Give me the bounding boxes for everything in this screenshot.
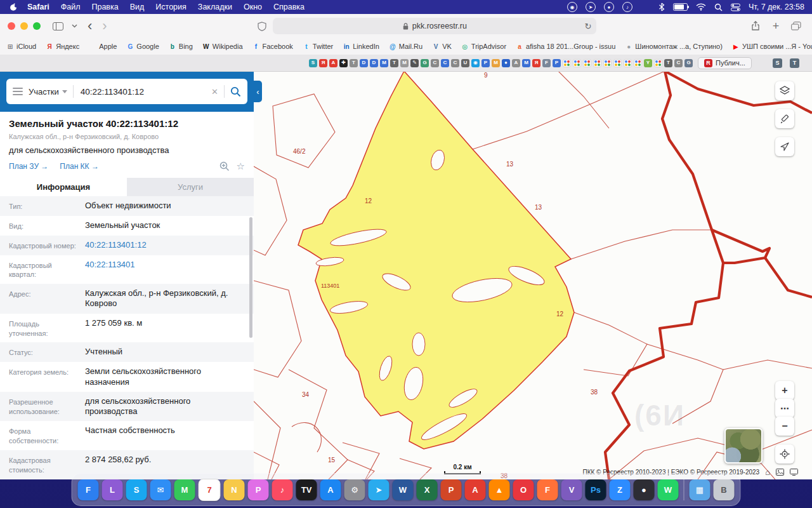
tab-favicon[interactable]: M — [522, 59, 530, 67]
tab-favicon[interactable]: C — [451, 59, 459, 67]
bookmark-item[interactable]: WWikipedia — [202, 43, 243, 50]
dock-app-tv[interactable]: TV — [296, 479, 317, 500]
menu-clock[interactable]: Чт, 7 дек. 23:58 — [749, 3, 804, 11]
input-language-flag-icon[interactable] — [641, 4, 650, 10]
bookmark-item[interactable]: aafisha 18 201...Group - issuu — [516, 43, 615, 50]
locate-me-button[interactable] — [775, 444, 794, 464]
search-icon[interactable] — [230, 86, 241, 97]
tab-favicon[interactable]: Я — [319, 59, 327, 67]
more-tools-button[interactable]: ⋯ — [775, 399, 794, 418]
tab-favicon[interactable]: M — [400, 59, 409, 67]
bookmark-item[interactable]: fFacebook — [252, 43, 293, 50]
tab-information[interactable]: Информация — [0, 178, 127, 196]
dock-app-word[interactable]: W — [393, 479, 414, 500]
tab-favicon[interactable]: ◉ — [471, 59, 480, 67]
map-canvas[interactable]: 913131246/21134011234381538 — [254, 71, 812, 479]
sidebar-chevron-icon[interactable] — [66, 18, 82, 34]
dock-app-messages[interactable]: M — [174, 479, 195, 500]
dock-app-photoshop[interactable]: Ps — [586, 479, 606, 500]
zoom-out-button[interactable]: − — [775, 417, 794, 436]
tab-favicon[interactable]: P — [553, 59, 561, 67]
tab-favicon-app-dots[interactable] — [654, 59, 662, 67]
dock-app-vpn[interactable]: V — [561, 479, 582, 500]
active-tab[interactable]: R Публич... — [698, 57, 752, 69]
dock-app-opera[interactable]: O — [513, 479, 534, 500]
tab-favicon[interactable]: M — [492, 59, 500, 67]
battery-icon[interactable] — [673, 3, 688, 11]
dock-app-telegram[interactable]: ➤ — [369, 479, 390, 500]
record-status-icon[interactable]: ● — [604, 2, 614, 12]
home-icon[interactable]: ⌂ — [765, 468, 770, 476]
tab-overview-icon[interactable] — [788, 18, 804, 34]
tab-favicon[interactable]: U — [461, 59, 469, 67]
music-status-icon[interactable]: ♪ — [622, 2, 632, 12]
share-icon[interactable] — [747, 18, 764, 34]
dock-app-acrobat[interactable]: A — [465, 479, 486, 500]
spotlight-search-icon[interactable] — [714, 3, 723, 11]
back-button[interactable]: ‹ — [82, 19, 97, 33]
new-tab-icon[interactable]: + — [768, 18, 784, 34]
bookmark-item[interactable]: bBing — [169, 43, 193, 50]
dock-app-finder[interactable]: F — [78, 479, 99, 500]
tab-favicon-app-dots[interactable] — [593, 59, 601, 67]
bookmark-item[interactable]: VVK — [432, 43, 452, 50]
tab-favicon[interactable]: S — [773, 58, 782, 68]
tab-favicon-app-dots[interactable] — [624, 59, 632, 67]
dock-app-safari[interactable]: S — [126, 479, 147, 500]
dock-app-app-store[interactable]: A — [320, 479, 341, 500]
dock-app-whatsapp[interactable]: W — [658, 479, 679, 500]
tab-favicon[interactable]: ✚ — [339, 59, 348, 67]
tab-favicon-app-dots[interactable] — [583, 59, 591, 67]
menu-hamburger-icon[interactable] — [13, 88, 23, 95]
tab-favicon[interactable]: F — [542, 59, 551, 67]
bookmark-item[interactable]: ⊞iCloud — [6, 43, 36, 50]
dock-app-powerpoint[interactable]: P — [441, 479, 462, 500]
tab-favicon[interactable]: C — [441, 59, 449, 67]
tab-favicon[interactable]: M — [380, 59, 388, 67]
search-input[interactable] — [79, 86, 206, 97]
bookmark-item[interactable]: ▶УШП своими ...Я - YouTube — [732, 43, 812, 50]
menu-item[interactable]: Окно — [238, 0, 268, 14]
menu-item[interactable]: Закладки — [192, 0, 238, 14]
dock-app-zoom[interactable]: Z — [610, 479, 631, 500]
tab-favicon[interactable]: А — [329, 59, 337, 67]
privacy-shield-icon[interactable] — [258, 22, 266, 31]
info-row-value[interactable]: 40:22:113401:12 — [85, 240, 245, 251]
tab-favicon[interactable]: C — [431, 59, 439, 67]
tab-favicon[interactable]: ● — [502, 59, 510, 67]
tab-favicon-app-dots[interactable] — [634, 59, 642, 67]
menu-item[interactable]: Справка — [268, 0, 310, 14]
search-plus-icon[interactable] — [219, 161, 230, 171]
tab-favicon[interactable]: P — [481, 59, 490, 67]
tab-favicon-app-dots[interactable] — [613, 59, 622, 67]
tab-favicon[interactable]: D — [360, 59, 368, 67]
tab-favicon[interactable]: T — [350, 59, 358, 67]
dock-app-settings[interactable]: ⚙ — [344, 479, 365, 500]
gallery-icon[interactable] — [776, 469, 784, 476]
dock-app-launchpad[interactable]: L — [102, 479, 123, 500]
dock-app-downloads-folder[interactable]: ▦ — [690, 479, 710, 500]
tab-favicon[interactable]: T — [390, 59, 398, 67]
collapse-panel-button[interactable]: ‹ — [254, 81, 262, 102]
telegram-status-icon[interactable]: ➤ — [586, 2, 596, 12]
dock-app-photos[interactable]: P — [248, 479, 269, 500]
dock-app-mail[interactable]: ✉ — [150, 479, 171, 500]
tab-favicon[interactable]: G — [684, 59, 693, 67]
tab-favicon[interactable]: T — [664, 59, 672, 67]
menu-item[interactable]: Вид — [124, 0, 150, 14]
dock-app-obs[interactable]: ● — [634, 479, 655, 500]
tab-favicon[interactable]: Я — [532, 59, 540, 67]
bookmark-item[interactable]: GGoogle — [126, 43, 159, 50]
dock-app-firefox[interactable]: F — [537, 479, 558, 500]
bookmark-item[interactable]: inLinkedIn — [343, 43, 379, 50]
bookmark-item[interactable]: @Mail.Ru — [389, 43, 422, 50]
bookmark-item[interactable]: ◎TripAdvisor — [461, 43, 506, 50]
bookmark-item[interactable]: tTwitter — [303, 43, 333, 50]
tab-services[interactable]: Услуги — [127, 178, 254, 196]
tab-favicon-app-dots[interactable] — [573, 59, 581, 67]
bookmark-item[interactable]: ЯЯндекс — [46, 43, 79, 50]
menu-item[interactable]: История — [150, 0, 192, 14]
tab-favicon[interactable]: D — [370, 59, 378, 67]
tab-favicon[interactable]: T — [790, 58, 799, 68]
tab-favicon[interactable]: C — [674, 59, 683, 67]
